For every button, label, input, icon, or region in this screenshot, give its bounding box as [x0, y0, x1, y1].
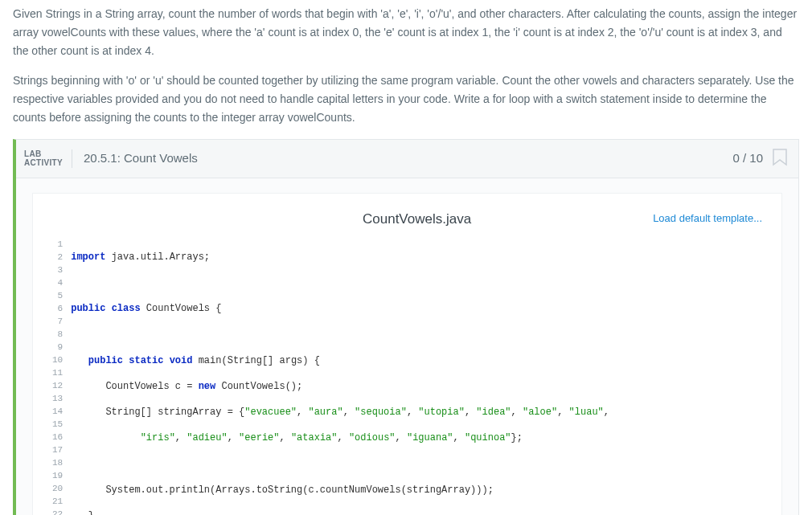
problem-paragraph-2: Strings beginning with 'o' or 'u' should… — [13, 72, 799, 127]
code-content[interactable]: import java.util.Arrays; public class Co… — [71, 238, 762, 515]
lab-header: LABACTIVITY 20.5.1: Count Vowels 0 / 10 — [16, 140, 798, 178]
lab-activity-panel: LABACTIVITY 20.5.1: Count Vowels 0 / 10 … — [13, 139, 799, 515]
lab-title: 20.5.1: Count Vowels — [84, 149, 732, 168]
filename: CountVowels.java — [181, 208, 653, 230]
problem-paragraph-1: Given Strings in a String array, count t… — [13, 5, 799, 60]
code-header: CountVowels.java Load default template..… — [52, 208, 762, 230]
code-editor[interactable]: 1234567891011121314151617181920212223 im… — [52, 238, 762, 515]
code-editor-container: CountVowels.java Load default template..… — [32, 193, 782, 515]
load-default-template-link[interactable]: Load default template... — [653, 210, 762, 227]
line-number-gutter: 1234567891011121314151617181920212223 — [52, 238, 71, 515]
lab-activity-label: LABACTIVITY — [24, 149, 72, 168]
lab-score: 0 / 10 — [732, 149, 763, 168]
bookmark-icon[interactable] — [773, 149, 787, 168]
problem-description: Given Strings in a String array, count t… — [13, 5, 799, 128]
